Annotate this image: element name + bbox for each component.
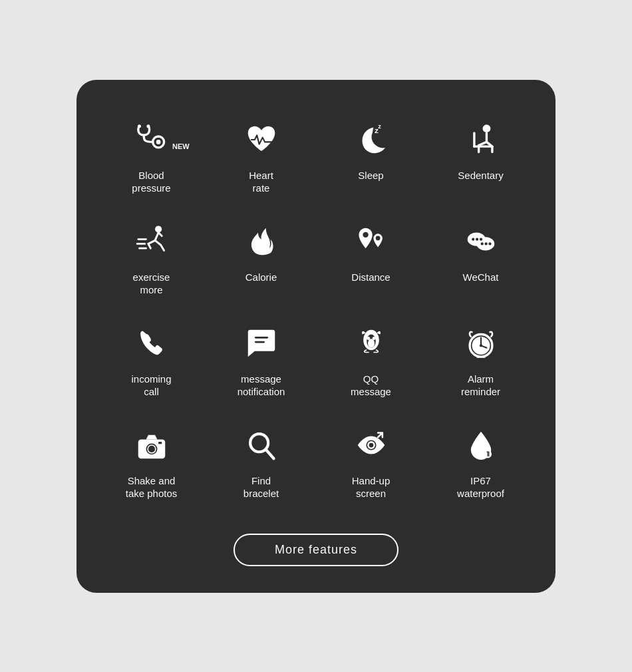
eye-icon: [353, 425, 389, 465]
svg-rect-19: [254, 336, 267, 338]
svg-point-7: [155, 226, 162, 232]
wechat-label: WeChat: [463, 271, 499, 284]
qq-label: QQmessage: [351, 373, 391, 399]
svg-point-38: [148, 445, 154, 452]
feature-blood-pressure: Bloodpressure NEW: [96, 106, 206, 208]
feature-sedentary: Sedentary: [426, 106, 536, 208]
feature-heart-rate: Heartrate: [206, 106, 316, 208]
svg-point-18: [488, 242, 491, 245]
sedentary-icon: [463, 120, 499, 160]
feature-wechat: WeChat: [426, 208, 536, 310]
waterproof-label: IP67waterproof: [457, 474, 504, 500]
svg-rect-33: [476, 355, 480, 357]
hand-up-label: Hand-upscreen: [352, 474, 391, 500]
feature-sleep: z z Sleep: [316, 106, 426, 208]
svg-point-16: [480, 242, 483, 245]
qq-icon: [353, 323, 389, 363]
phone-icon: [134, 323, 170, 363]
feature-hand-up: Hand-upscreen: [316, 412, 426, 514]
alarm-label: Alarmreminder: [461, 373, 500, 399]
svg-point-15: [479, 238, 482, 240]
stethoscope-icon: [134, 120, 170, 160]
svg-point-14: [475, 238, 478, 240]
feature-camera: Shake andtake photos: [96, 412, 206, 514]
distance-label: Distance: [351, 271, 390, 284]
alarm-icon: [463, 323, 499, 363]
camera-label: Shake andtake photos: [126, 474, 178, 500]
message-icon: [243, 323, 279, 363]
svg-point-1: [156, 140, 160, 144]
exercise-icon: [134, 222, 170, 261]
features-grid: Bloodpressure NEW Heartrate z z Sl: [96, 106, 536, 514]
wechat-icon: [463, 222, 499, 261]
svg-point-6: [482, 124, 490, 132]
feature-incoming-call: incomingcall: [96, 310, 206, 412]
sleep-label: Sleep: [358, 169, 383, 182]
blood-pressure-label: Bloodpressure: [132, 170, 170, 194]
svg-line-41: [265, 449, 273, 458]
svg-point-2: [137, 124, 140, 128]
svg-point-44: [369, 442, 373, 447]
svg-point-3: [146, 124, 150, 128]
svg-point-9: [375, 236, 380, 240]
svg-text:z: z: [378, 123, 381, 130]
feature-distance: Distance: [316, 208, 426, 310]
heart-rate-label: Heartrate: [249, 169, 273, 195]
svg-point-32: [479, 344, 482, 347]
exercise-label: exercisemore: [133, 271, 170, 297]
feature-card: Bloodpressure NEW Heartrate z z Sl: [77, 80, 555, 593]
feature-alarm: Alarmreminder: [426, 310, 536, 412]
waterproof-icon: [463, 425, 499, 465]
find-bracelet-label: Findbracelet: [243, 474, 279, 500]
find-icon: [243, 425, 279, 465]
distance-icon: [353, 222, 389, 261]
svg-rect-20: [254, 341, 264, 343]
feature-qq: QQmessage: [316, 310, 426, 412]
message-label: messagenotification: [237, 373, 285, 399]
svg-point-17: [484, 242, 487, 245]
sedentary-label: Sedentary: [458, 169, 503, 182]
more-features-button[interactable]: More features: [234, 534, 398, 566]
feature-calorie: Calorie: [206, 208, 316, 310]
feature-exercise: exercisemore: [96, 208, 206, 310]
svg-point-8: [363, 232, 368, 237]
incoming-call-label: incomingcall: [131, 373, 171, 399]
heart-rate-icon: [243, 120, 279, 160]
svg-rect-39: [158, 441, 162, 443]
feature-find-bracelet: Findbracelet: [206, 412, 316, 514]
calorie-label: Calorie: [245, 271, 277, 284]
svg-point-25: [367, 339, 374, 348]
feature-waterproof: IP67waterproof: [426, 412, 536, 514]
svg-point-13: [472, 238, 474, 240]
sleep-icon: z z: [353, 120, 389, 160]
calorie-icon: [243, 222, 279, 261]
feature-message: messagenotification: [206, 310, 316, 412]
camera-icon: [134, 425, 170, 465]
new-badge: NEW: [172, 142, 190, 150]
svg-rect-34: [482, 355, 485, 357]
